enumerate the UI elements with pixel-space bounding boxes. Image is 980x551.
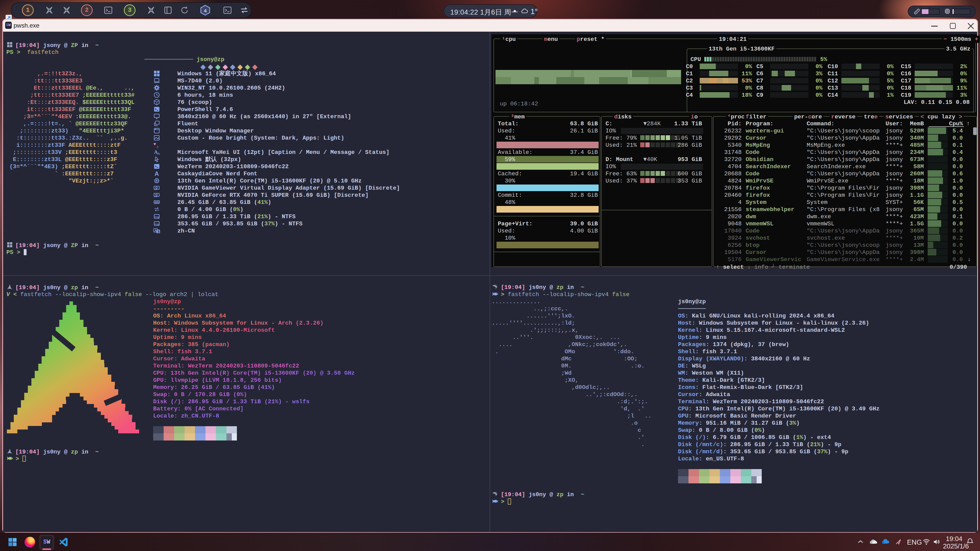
svg-text:4: 4 — [204, 8, 207, 14]
